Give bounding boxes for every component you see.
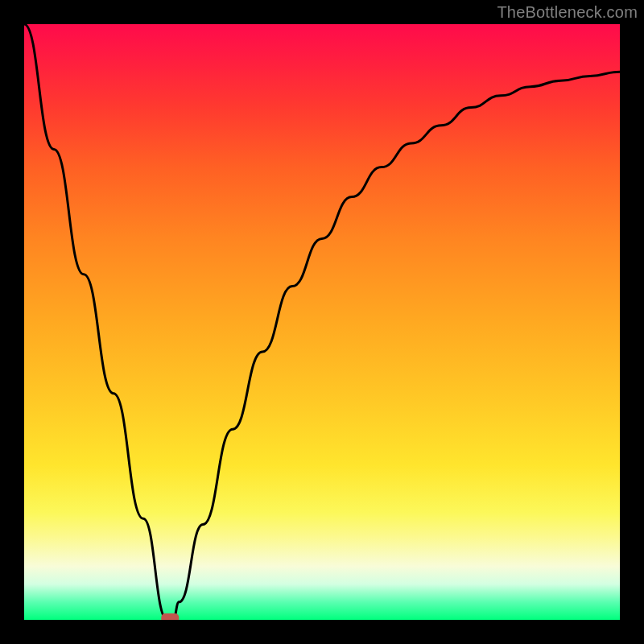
curve-path: [24, 24, 620, 620]
chart-frame: TheBottleneck.com: [0, 0, 644, 644]
marker-icon: [161, 613, 179, 620]
minimum-marker: [161, 613, 179, 620]
chart-svg: [24, 24, 620, 620]
watermark-text: TheBottleneck.com: [497, 3, 638, 22]
bottleneck-curve: [24, 24, 620, 620]
